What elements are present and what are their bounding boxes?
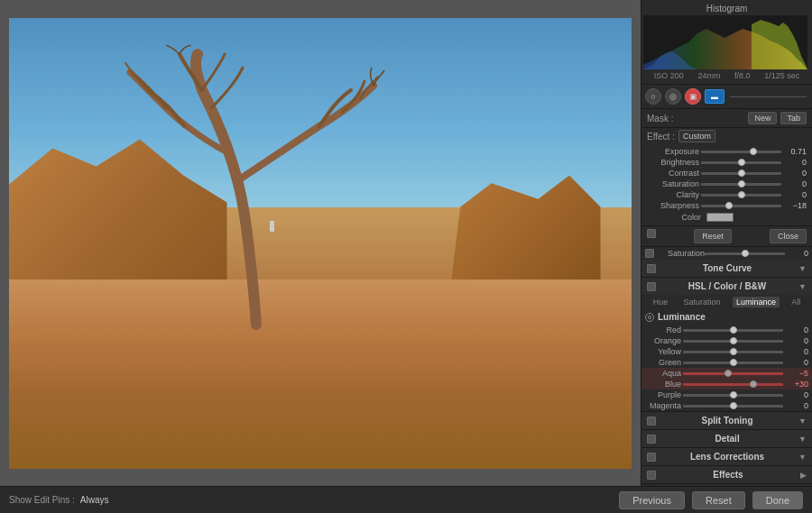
hsl-aqua-row: Aqua −5 [641,368,812,379]
hsl-tab-saturation[interactable]: Saturation [680,297,724,307]
aqua-label: Aqua [645,369,681,378]
hsl-header[interactable]: HSL / Color / B&W ▼ [641,278,812,295]
tool-divider [730,96,807,97]
target-icon[interactable] [645,313,654,322]
reset-button[interactable]: Reset [694,229,732,243]
bottom-left: Show Edit Pins : Always [9,495,109,505]
mask-toggle-icon[interactable] [647,229,656,238]
orange-thumb[interactable] [730,337,737,344]
blue-thumb[interactable] [750,380,757,388]
detail-header[interactable]: Detail ▼ [641,430,812,447]
detail-section: Detail ▼ [641,430,812,448]
split-toning-toggle[interactable] [647,417,656,426]
histogram-title: Histogram [643,2,810,15]
red-thumb[interactable] [730,326,737,334]
tone-curve-title: Tone Curve [703,263,752,273]
color-swatch[interactable] [706,213,734,222]
exposure-row: Exposure 0.71 [645,146,808,157]
clarity-track[interactable] [701,194,781,197]
exposure-track[interactable] [701,151,781,153]
hsl-red-row: Red 0 [641,325,812,335]
brightness-thumb[interactable] [738,159,745,166]
mask-label: Mask : [647,114,673,124]
hsl-title: HSL / Color / B&W [688,281,766,291]
clarity-row: Clarity 0 [645,189,808,200]
orange-track[interactable] [683,340,783,343]
svg-marker-2 [752,20,807,69]
detail-title: Detail [715,434,739,444]
saturation-slider-label: Saturation [647,179,699,188]
rect-tool-icon[interactable]: ▬ [705,89,724,104]
effects-header[interactable]: Effects ▶ [641,466,812,483]
clarity-value: 0 [783,190,807,199]
magenta-thumb[interactable] [730,402,737,409]
saturation-toggle[interactable] [645,249,654,258]
hsl-magenta-row: Magenta 0 [641,400,812,411]
hsl-tab-luminance[interactable]: Luminance [733,297,780,307]
close-button[interactable]: Close [770,229,807,243]
circle-tool-icon[interactable]: ○ [645,88,661,105]
histogram-canvas [643,15,807,69]
lens-corrections-header[interactable]: Lens Corrections ▼ [641,448,812,465]
lens-corrections-collapse-icon: ▼ [798,453,807,462]
grid-tool-icon[interactable]: ▣ [685,88,701,105]
lens-corrections-toggle[interactable] [647,453,656,462]
brightness-track[interactable] [701,161,781,164]
sharpness-thumb[interactable] [725,202,733,209]
green-track[interactable] [683,362,783,364]
shutter-speed: 1/125 sec [764,71,799,80]
contrast-track[interactable] [701,172,781,175]
detail-toggle[interactable] [647,435,656,444]
clarity-thumb[interactable] [738,191,745,198]
effects-toggle[interactable] [647,471,656,480]
yellow-thumb[interactable] [730,348,737,355]
sharpness-label: Sharpness [647,201,699,210]
reset-bottom-button[interactable]: Reset [692,491,745,509]
show-edit-pins-value[interactable]: Always [80,495,109,505]
saturation-track[interactable] [701,183,781,186]
purple-thumb[interactable] [730,391,737,398]
green-thumb[interactable] [730,359,737,366]
red-track[interactable] [683,329,783,332]
saturation-panel-track[interactable] [705,252,785,255]
histogram-section: Histogram [641,0,812,85]
previous-button[interactable]: Previous [619,491,685,509]
magenta-track[interactable] [683,405,783,408]
photo-panel [0,0,641,486]
focal-length: 24mm [697,71,720,80]
aqua-thumb[interactable] [724,370,732,377]
aqua-track[interactable] [683,372,783,375]
tone-curve-section: Tone Curve ▼ [641,260,812,278]
effect-value[interactable]: Custom [678,130,715,142]
saturation-thumb[interactable] [738,180,745,188]
saturation-panel-row: Saturation 0 [641,247,812,260]
contrast-row: Contrast 0 [645,168,808,179]
effects-section: Effects ▶ [641,466,812,484]
eye-tool-icon[interactable]: ◎ [665,88,681,105]
done-button[interactable]: Done [752,491,803,509]
yellow-track[interactable] [683,351,783,353]
tone-curve-collapse-icon: ▼ [798,264,807,273]
hsl-toggle[interactable] [647,282,656,291]
hsl-yellow-row: Yellow 0 [641,346,812,357]
red-label: Red [645,325,681,334]
aqua-value: −5 [785,369,808,378]
purple-track[interactable] [683,394,783,397]
exposure-thumb[interactable] [750,148,757,155]
mask-tab-button[interactable]: Tab [780,112,807,124]
contrast-thumb[interactable] [738,169,745,177]
tone-curve-toggle[interactable] [647,264,656,273]
saturation-panel-thumb[interactable] [742,250,749,257]
split-toning-header[interactable]: Split Toning ▼ [641,412,812,429]
blue-track[interactable] [683,383,783,386]
color-label: Color [649,213,701,222]
aperture: f/8.0 [734,71,751,80]
hsl-tab-hue[interactable]: Hue [650,297,672,307]
brightness-row: Brightness 0 [645,157,808,168]
hsl-orange-row: Orange 0 [641,335,812,346]
purple-label: Purple [645,390,681,399]
hsl-tab-all[interactable]: All [788,297,804,307]
tone-curve-header[interactable]: Tone Curve ▼ [641,260,812,277]
mask-new-button[interactable]: New [748,112,777,124]
sharpness-track[interactable] [701,205,781,207]
